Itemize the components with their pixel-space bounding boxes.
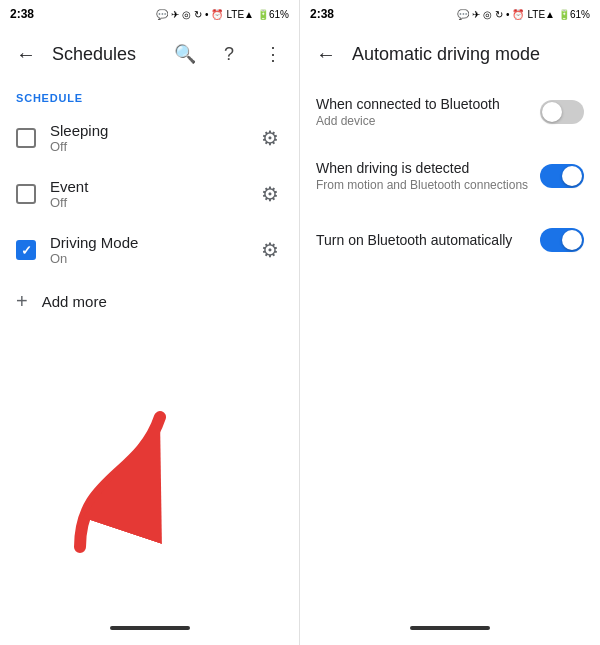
left-bottom-bar bbox=[0, 617, 299, 645]
left-title: Schedules bbox=[52, 44, 159, 65]
checkbox-event[interactable] bbox=[16, 184, 36, 204]
plus-icon: + bbox=[16, 290, 28, 313]
schedule-item-sleeping[interactable]: Sleeping Off ⚙ bbox=[0, 110, 299, 166]
schedule-item-driving[interactable]: Driving Mode On ⚙ bbox=[0, 222, 299, 278]
arrow-container bbox=[0, 325, 299, 617]
back-button[interactable]: ← bbox=[8, 39, 44, 70]
right-location-icon: ◎ bbox=[483, 9, 492, 20]
battery-icon: 🔋61% bbox=[257, 9, 289, 20]
add-more-label: Add more bbox=[42, 293, 107, 310]
right-title: Automatic driving mode bbox=[352, 44, 592, 65]
event-text: Event Off bbox=[50, 178, 257, 210]
right-telegram-icon: ✈ bbox=[472, 9, 480, 20]
right-top-bar: ← Automatic driving mode bbox=[300, 28, 600, 80]
driving-detected-sub: From motion and Bluetooth connections bbox=[316, 178, 540, 192]
right-status-icons: 💬 ✈ ◎ ↻ • ⏰ LTE▲ 🔋61% bbox=[457, 9, 590, 20]
dot-icon: • bbox=[205, 9, 209, 20]
bluetooth-text: When connected to Bluetooth Add device bbox=[316, 96, 540, 128]
sleeping-name: Sleeping bbox=[50, 122, 257, 139]
driving-status: On bbox=[50, 251, 257, 266]
more-options-button[interactable]: ⋮ bbox=[255, 36, 291, 72]
left-time: 2:38 bbox=[10, 7, 34, 21]
red-arrow-icon bbox=[60, 397, 180, 557]
setting-row-auto-bluetooth[interactable]: Turn on Bluetooth automatically bbox=[300, 208, 600, 272]
left-status-bar: 2:38 💬 ✈ ◎ ↻ • ⏰ LTE▲ 🔋61% bbox=[0, 0, 299, 28]
driving-detected-toggle[interactable] bbox=[540, 164, 584, 188]
setting-row-driving-detected[interactable]: When driving is detected From motion and… bbox=[300, 144, 600, 208]
bluetooth-toggle[interactable] bbox=[540, 100, 584, 124]
driving-detected-text: When driving is detected From motion and… bbox=[316, 160, 540, 192]
schedule-item-event[interactable]: Event Off ⚙ bbox=[0, 166, 299, 222]
help-button[interactable]: ? bbox=[211, 36, 247, 72]
right-dot-icon: • bbox=[506, 9, 510, 20]
right-battery-icon: 🔋61% bbox=[558, 9, 590, 20]
sleeping-text: Sleeping Off bbox=[50, 122, 257, 154]
add-more-button[interactable]: + Add more bbox=[0, 278, 299, 325]
event-gear-icon[interactable]: ⚙ bbox=[257, 178, 283, 210]
right-back-button[interactable]: ← bbox=[308, 39, 344, 70]
right-lte-icon: LTE▲ bbox=[527, 9, 555, 20]
auto-bluetooth-title: Turn on Bluetooth automatically bbox=[316, 232, 540, 248]
right-time: 2:38 bbox=[310, 7, 334, 21]
event-name: Event bbox=[50, 178, 257, 195]
sync-icon: ↻ bbox=[194, 9, 202, 20]
left-status-icons: 💬 ✈ ◎ ↻ • ⏰ LTE▲ 🔋61% bbox=[156, 9, 289, 20]
right-bottom-bar bbox=[300, 617, 600, 645]
auto-bluetooth-text: Turn on Bluetooth automatically bbox=[316, 232, 540, 248]
checkbox-driving[interactable] bbox=[16, 240, 36, 260]
bluetooth-sub: Add device bbox=[316, 114, 540, 128]
right-whatsapp-icon: 💬 bbox=[457, 9, 469, 20]
telegram-icon: ✈ bbox=[171, 9, 179, 20]
setting-row-bluetooth[interactable]: When connected to Bluetooth Add device bbox=[300, 80, 600, 144]
driving-detected-title: When driving is detected bbox=[316, 160, 540, 176]
left-panel: 2:38 💬 ✈ ◎ ↻ • ⏰ LTE▲ 🔋61% ← Schedules 🔍… bbox=[0, 0, 300, 645]
alarm-icon: ⏰ bbox=[211, 9, 223, 20]
left-top-bar: ← Schedules 🔍 ? ⋮ bbox=[0, 28, 299, 80]
right-home-indicator bbox=[410, 626, 490, 630]
right-sync-icon: ↻ bbox=[495, 9, 503, 20]
location-icon: ◎ bbox=[182, 9, 191, 20]
section-label: SCHEDULE bbox=[0, 80, 299, 110]
sleeping-gear-icon[interactable]: ⚙ bbox=[257, 122, 283, 154]
checkbox-sleeping[interactable] bbox=[16, 128, 36, 148]
sleeping-status: Off bbox=[50, 139, 257, 154]
driving-name: Driving Mode bbox=[50, 234, 257, 251]
right-alarm-icon: ⏰ bbox=[512, 9, 524, 20]
driving-text: Driving Mode On bbox=[50, 234, 257, 266]
bluetooth-title: When connected to Bluetooth bbox=[316, 96, 540, 112]
lte-icon: LTE▲ bbox=[226, 9, 254, 20]
right-status-bar: 2:38 💬 ✈ ◎ ↻ • ⏰ LTE▲ 🔋61% bbox=[300, 0, 600, 28]
right-spacer bbox=[300, 272, 600, 617]
right-panel: 2:38 💬 ✈ ◎ ↻ • ⏰ LTE▲ 🔋61% ← Automatic d… bbox=[300, 0, 600, 645]
auto-bluetooth-toggle[interactable] bbox=[540, 228, 584, 252]
whatsapp-icon: 💬 bbox=[156, 9, 168, 20]
driving-gear-icon[interactable]: ⚙ bbox=[257, 234, 283, 266]
left-home-indicator bbox=[110, 626, 190, 630]
search-button[interactable]: 🔍 bbox=[167, 36, 203, 72]
event-status: Off bbox=[50, 195, 257, 210]
